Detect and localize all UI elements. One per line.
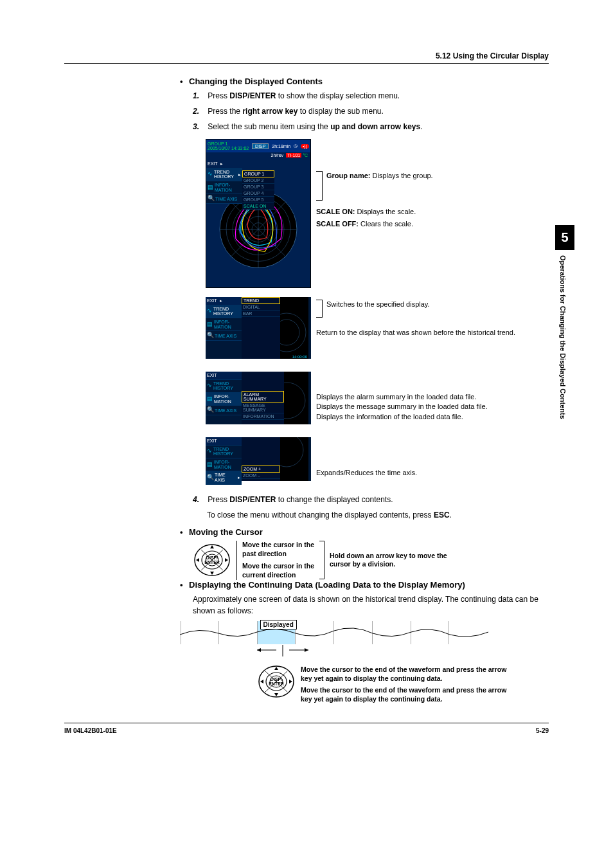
chapter-title: Operations for Changing the Displayed Co…: [555, 250, 571, 462]
trend-icon: ∿: [207, 448, 212, 455]
disp-button[interactable]: DISP: [252, 143, 269, 149]
menu-time-axis-3[interactable]: 🔍TIME AXIS: [206, 406, 242, 415]
submenu-trend[interactable]: TREND: [242, 297, 280, 304]
step-3: 3. Select the sub menu item using the up…: [193, 121, 549, 132]
menu-trend-history-2[interactable]: ∿TREND HISTORY: [206, 305, 242, 318]
submenu-zoom-out[interactable]: ZOOM –: [242, 473, 280, 479]
menu-information-3[interactable]: ▤INFOR-MATION: [206, 393, 242, 406]
step-1: 1. Press DISP/ENTER to show the display …: [193, 90, 549, 102]
svg-marker-26: [257, 648, 261, 652]
step-4: 4. Press DISP/ENTER to change the displa…: [193, 494, 549, 505]
annotation-block2: Switches to the specified display. Retur…: [316, 297, 515, 338]
svg-point-12: [284, 383, 305, 419]
submenu-alarm-summary[interactable]: ALARM SUMMARY: [242, 391, 284, 402]
zoom-icon: 🔍: [207, 407, 213, 413]
svg-point-11: [280, 320, 299, 345]
page-header: 5.12 Using the Circular Display: [64, 51, 549, 64]
info-icon: ▤: [207, 321, 213, 328]
subsection-moving-cursor: •Moving the Cursor: [180, 527, 549, 537]
continuing-body: Approximately one screen of data is show…: [193, 593, 549, 617]
menu-time-axis-2[interactable]: 🔍TIME AXIS: [206, 331, 242, 341]
page-footer: IM 04L42B01-01E 5-29: [64, 723, 549, 734]
subsection-changing: •Changing the Displayed Contents: [180, 77, 549, 86]
submenu-zoom-in[interactable]: ZOOM +: [242, 466, 280, 473]
submenu-scale-on[interactable]: SCALE ON: [242, 203, 274, 210]
step-2: 2. Press the right arrow key to display …: [193, 105, 549, 117]
submenu-group2[interactable]: GROUP 2: [242, 177, 274, 184]
record-indicator-icon: •)): [301, 144, 309, 149]
menu-trend-history[interactable]: ∿TREND HISTORY▸: [206, 168, 242, 181]
submenu-group5[interactable]: GROUP 5: [242, 197, 274, 203]
menu-exit[interactable]: EXIT ▸: [206, 160, 242, 168]
menu-time-axis-4[interactable]: 🔍TIME AXIS▸: [206, 471, 242, 484]
waveform-diagram: Displayed: [180, 620, 549, 704]
annotation-block4: Expands/Reduces the time axis.: [316, 437, 417, 478]
menu-time-axis[interactable]: 🔍TIME AXIS: [206, 194, 242, 204]
trend-icon: ∿: [208, 171, 213, 177]
footer-left: IM 04L42B01-01E: [64, 727, 117, 734]
submenu-group1[interactable]: GROUP 1: [242, 170, 274, 177]
footer-right: 5-29: [536, 727, 549, 734]
disp-enter-pad-icon: DISP/ ENTER: [193, 541, 231, 579]
displayed-label: Displayed: [260, 620, 297, 629]
figure-circular-display: GROUP 12005/10/07 14:33:02 DISP 2h:18min…: [206, 139, 549, 288]
info-icon: ▤: [208, 185, 213, 191]
zoom-icon: 🔍: [207, 332, 213, 339]
menu-information[interactable]: ▤INFOR-MATION: [206, 181, 242, 194]
continuing-footnote-1: Move the cursor to the end of the wavefo…: [301, 665, 513, 683]
shot-subheader: 2h/rev TI-101 °C: [206, 152, 310, 160]
menu-information-2[interactable]: ▤INFOR-MATION: [206, 318, 242, 331]
zoom-icon: 🔍: [208, 195, 214, 202]
svg-marker-28: [305, 648, 308, 652]
svg-point-10: [280, 313, 306, 352]
figure-zoom-submenu: EXIT ∿TREND HISTORY ▤INFOR-MATION 🔍TIME …: [206, 437, 549, 485]
cursor-diagram: DISP/ ENTER Move the cursor in the past …: [193, 541, 549, 580]
subsection-continuing-data: •Displaying the Continuing Data (Loading…: [180, 580, 549, 590]
svg-point-13: [280, 437, 303, 467]
submenu-group4[interactable]: GROUP 4: [242, 190, 274, 197]
chapter-side-tab: 5 Operations for Changing the Displayed …: [555, 225, 574, 462]
submenu-bar[interactable]: BAR: [242, 311, 280, 317]
menu-trend-history-4[interactable]: ∿TREND HISTORY: [206, 446, 242, 458]
submenu-group3[interactable]: GROUP 3: [242, 184, 274, 190]
svg-text:ENTER: ENTER: [204, 560, 220, 565]
menu-exit-3[interactable]: EXIT: [206, 372, 242, 380]
menu-exit-4[interactable]: EXIT: [206, 437, 242, 446]
submenu-digital[interactable]: DIGITAL: [242, 304, 280, 311]
info-icon: ▤: [207, 462, 213, 468]
clock-icon: ◷: [294, 143, 298, 149]
shot-menu: EXIT ▸ ∿TREND HISTORY▸ ▤INFOR-MATION 🔍TI…: [206, 160, 242, 204]
submenu-information[interactable]: INFORMATION: [242, 413, 284, 420]
shot-submenu: GROUP 1 GROUP 2 GROUP 3 GROUP 4 GROUP 5 …: [242, 170, 274, 210]
annotation-column-1: Group name: Displays the group. SCALE ON…: [316, 139, 433, 231]
trend-icon: ∿: [207, 308, 212, 314]
zoom-icon: 🔍: [207, 475, 213, 481]
menu-exit-2[interactable]: EXIT ▸: [206, 297, 242, 305]
figure-info-submenu: EXIT ∿TREND HISTORY ▤INFOR-MATION 🔍TIME …: [206, 372, 549, 428]
annotation-block3: Displays the alarm summary in the loaded…: [316, 372, 488, 422]
step-4-note: To close the menu without changing the d…: [207, 509, 549, 521]
info-icon: ▤: [207, 396, 213, 402]
disp-enter-pad-icon-2: DISP/ ENTER: [257, 662, 296, 701]
figure-trend-submenu: EXIT ▸ ∿TREND HISTORY ▤INFOR-MATION 🔍TIM…: [206, 297, 549, 363]
chapter-number: 5: [555, 225, 574, 250]
submenu-message-summary[interactable]: MESSAGE SUMMARY: [242, 402, 284, 413]
menu-information-4[interactable]: ▤INFOR-MATION: [206, 458, 242, 471]
continuing-footnote-2: Move the cursor to the end of the wavefo…: [301, 685, 513, 703]
menu-trend-history-3[interactable]: ∿TREND HISTORY: [206, 380, 242, 393]
shot-header: GROUP 12005/10/07 14:33:02 DISP 2h:18min…: [206, 140, 310, 152]
svg-text:ENTER: ENTER: [269, 682, 284, 686]
trend-icon: ∿: [207, 383, 212, 389]
screenshot-main: GROUP 12005/10/07 14:33:02 DISP 2h:18min…: [206, 139, 311, 288]
